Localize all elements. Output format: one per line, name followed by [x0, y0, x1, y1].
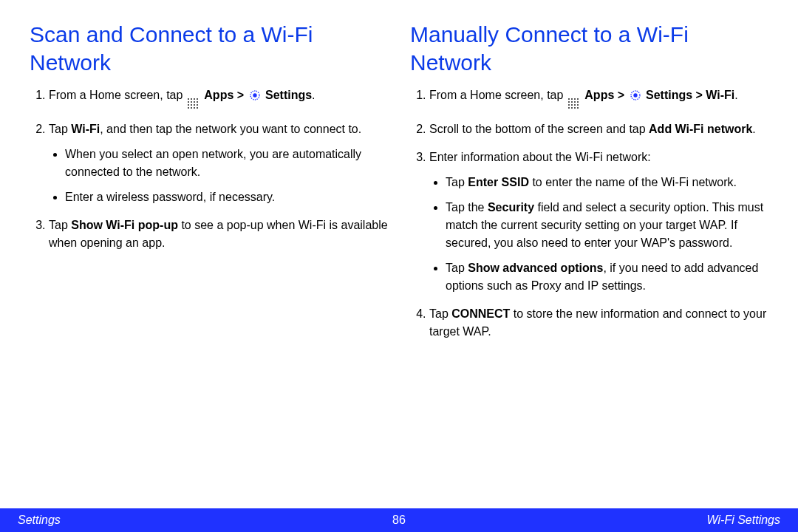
- footer-right: Wi-Fi Settings: [707, 514, 780, 527]
- svg-point-3: [633, 93, 637, 97]
- right-heading: Manually Connect to a Wi-Fi Network: [410, 21, 768, 76]
- security-label: Security: [488, 201, 534, 214]
- right-step-3: Enter information about the Wi-Fi networ…: [429, 149, 768, 295]
- show-advanced-label: Show advanced options: [468, 262, 603, 274]
- enter-ssid-label: Enter SSID: [468, 176, 529, 188]
- left-step-2: Tap Wi-Fi, and then tap the network you …: [49, 120, 388, 206]
- document-page: Scan and Connect to a Wi-Fi Network From…: [0, 0, 798, 532]
- show-wifi-popup-label: Show Wi-Fi pop-up: [71, 219, 178, 231]
- text: .: [752, 123, 755, 135]
- text: Enter information about the Wi-Fi networ…: [429, 151, 651, 163]
- left-steps: From a Home screen, tap Apps > Settings.…: [30, 86, 388, 252]
- text: Tap: [49, 219, 71, 231]
- bullet: Tap Enter SSID to enter the name of the …: [446, 174, 768, 191]
- footer-page-number: 86: [392, 514, 406, 527]
- columns: Scan and Connect to a Wi-Fi Network From…: [30, 21, 768, 351]
- text: From a Home screen, tap: [49, 89, 186, 101]
- right-step-3-bullets: Tap Enter SSID to enter the name of the …: [429, 174, 768, 295]
- apps-grid-icon: [568, 98, 580, 110]
- right-column: Manually Connect to a Wi-Fi Network From…: [410, 21, 768, 351]
- settings-label: Settings: [265, 89, 312, 101]
- wifi-label: Wi-Fi: [71, 123, 100, 135]
- settings-wifi-label: Settings > Wi-Fi: [646, 89, 734, 101]
- left-column: Scan and Connect to a Wi-Fi Network From…: [30, 21, 388, 351]
- text: , and then tap the network you want to c…: [100, 123, 361, 135]
- left-heading: Scan and Connect to a Wi-Fi Network: [30, 21, 388, 76]
- text: Tap: [49, 123, 71, 135]
- text: Tap: [446, 262, 468, 274]
- left-step-1: From a Home screen, tap Apps > Settings.: [49, 86, 388, 110]
- left-step-2-bullets: When you select an open network, you are…: [49, 146, 388, 206]
- page-footer: Settings 86 Wi-Fi Settings: [0, 508, 798, 532]
- text: From a Home screen, tap: [429, 89, 567, 101]
- bullet: When you select an open network, you are…: [65, 146, 388, 181]
- right-step-4: Tap CONNECT to store the new information…: [429, 305, 768, 341]
- text: .: [312, 89, 315, 101]
- bullet: Tap Show advanced options, if you need t…: [446, 259, 768, 295]
- text: Tap: [446, 176, 468, 188]
- apps-label: Apps >: [584, 89, 627, 101]
- apps-grid-icon: [188, 98, 200, 110]
- text: .: [734, 89, 737, 101]
- settings-gear-icon: [630, 89, 641, 101]
- add-wifi-label: Add Wi-Fi network: [649, 123, 752, 135]
- text: Tap: [429, 307, 451, 320]
- connect-label: CONNECT: [451, 307, 510, 320]
- right-steps: From a Home screen, tap Apps > Settings …: [410, 86, 768, 341]
- svg-point-1: [253, 93, 256, 97]
- bullet: Enter a wireless password, if necessary.: [65, 188, 388, 206]
- text: Scroll to the bottom of the screen and t…: [429, 123, 649, 135]
- right-step-2: Scroll to the bottom of the screen and t…: [429, 120, 768, 138]
- settings-gear-icon: [249, 89, 261, 101]
- apps-label: Apps >: [204, 89, 247, 101]
- text: to enter the name of the Wi-Fi network.: [529, 176, 737, 188]
- footer-left: Settings: [18, 514, 61, 527]
- right-step-1: From a Home screen, tap Apps > Settings …: [429, 86, 768, 110]
- text: Tap the: [446, 201, 488, 214]
- left-step-3: Tap Show Wi-Fi pop-up to see a pop-up wh…: [49, 216, 388, 252]
- bullet: Tap the Security field and select a secu…: [446, 199, 768, 252]
